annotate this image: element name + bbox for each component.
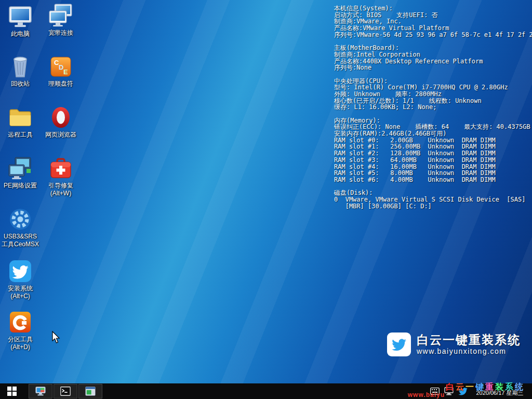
desktop-icon-web-browser[interactable]: 网页浏览器 [42, 105, 80, 139]
desktop-icon-pe-network-settings[interactable]: PE网络设置 [1, 156, 39, 190]
desktop-icon-label: 网页浏览器 [42, 131, 80, 139]
desktop-icon-partition-tool[interactable]: 分区工具 (Alt+D) [1, 310, 39, 351]
folder-icon [8, 105, 33, 130]
first-aid-kit-icon [48, 156, 73, 181]
desktop-icon-broadband[interactable]: 宽带连接 [42, 3, 80, 37]
desktop-icon-boot-repair[interactable]: 引导修复 (Alt+W) [42, 156, 80, 197]
gear-icon [8, 207, 33, 232]
system-info-line [334, 111, 531, 117]
brand-text: 白云一键重装系统 www.baiyunxitong.com [417, 333, 521, 356]
brand-twitter-bird-icon [387, 332, 411, 356]
system-info-line: [MBR] [30.00GB] [C: D:] [334, 203, 531, 210]
system-info-line: 外频: Unknown 频率: 2800MHz [334, 91, 531, 98]
brand-title: 白云一键重装系统 [417, 333, 521, 347]
system-info-line: 主板(MotherBoard): [334, 45, 531, 51]
system-info-line: 安装内存(RAM):2.46GB(2.46GB可用) [334, 130, 531, 137]
brand-url: www.baiyunxitong.com [417, 347, 521, 356]
system-info-panel: 本机信息(System): 启动方式: BIOS 支持UEFI: 否 制造商:V… [334, 5, 531, 209]
desktop-icon-label: 回收站 [1, 80, 39, 88]
desktop-icon-label: USB3&SRS 工具CeoMSX [1, 233, 39, 248]
desktop-icon-label: 理顺盘符 [42, 80, 80, 88]
opera-icon [48, 105, 73, 130]
system-info-line: 产品名称:VMware Virtual Platform [334, 25, 531, 32]
desktop-icon-label: 远程工具 [1, 131, 39, 139]
desktop-icon-usb3-srs-tool[interactable]: USB3&SRS 工具CeoMSX [1, 207, 39, 248]
watermark-char: 云 [456, 382, 466, 393]
drive-letters-icon: C D E [48, 54, 73, 79]
desktop-icon-label: 分区工具 (Alt+D) [1, 336, 39, 351]
start-button[interactable] [0, 383, 24, 399]
desktop-icon-label: PE网络设置 [1, 182, 39, 190]
desktop-icon-label: 引导修复 (Alt+W) [42, 182, 80, 197]
network-monitors-icon [8, 156, 33, 181]
watermark-char: 统 [515, 382, 525, 393]
recycle-bin-icon [8, 54, 33, 79]
taskbar-app-cmd[interactable] [54, 384, 77, 398]
mouse-cursor [52, 331, 61, 347]
system-info-line: RAM slot #5: 8.00MB Unknown DRAM DIMM [334, 170, 531, 177]
brand-logo: 白云一键重装系统 www.baiyunxitong.com [387, 332, 521, 356]
system-info-line: RAM slot #6: 4.00MB Unknown DRAM DIMM [334, 177, 531, 183]
watermark-char: 键 [475, 382, 485, 393]
watermark-char: 系 [505, 382, 515, 393]
system-info-line: 序列号:VMware-56 4d 25 93 96 a7 6f 58-7c e1… [334, 32, 531, 38]
desktop-icon-label: 此电脑 [1, 30, 39, 38]
system-info-line: RAM slot #3: 64.00MB Unknown DRAM DIMM [334, 157, 531, 164]
taskbar-app-network-monitor[interactable] [29, 384, 52, 398]
watermark-url: www.baiyu [408, 391, 445, 398]
system-info-line: 0 VMware, VMware Virtual S SCSI Disk Dev… [334, 196, 531, 203]
desktop-icon-label: 宽带连接 [42, 29, 80, 37]
system-info-line: 制造商:Intel Corporation [334, 51, 531, 58]
taskbar-spacer [24, 383, 28, 399]
watermark-char: 一 [466, 382, 475, 393]
dual-monitor-icon [48, 3, 73, 28]
diskgenius-icon [8, 310, 33, 335]
desktop-icon-remote-tools[interactable]: 远程工具 [1, 105, 39, 139]
system-info-line: RAM slot #2: 128.00MB Unknown DRAM DIMM [334, 150, 531, 157]
desktop-icon-label: 安装系统 (Alt+C) [1, 285, 39, 300]
watermark-char: 白 [446, 382, 456, 393]
watermark-char: 装 [495, 382, 505, 393]
desktop: 此电脑 回收站 远程工具 PE网络设置 [0, 0, 532, 399]
system-info-line: 本机信息(System): [334, 5, 531, 12]
desktop-icon-drive-letter[interactable]: C D E 理顺盘符 [42, 54, 80, 88]
watermark-text: 白云一键重装系统 [446, 382, 525, 393]
this-pc-icon [8, 4, 33, 29]
watermark-char: 重 [485, 382, 495, 393]
twitter-bird-icon [8, 259, 33, 284]
svg-text:D: D [59, 63, 63, 71]
system-info-line: 序列号:None [334, 64, 531, 71]
system-info-line [334, 71, 531, 78]
desktop-icon-install-system[interactable]: 安装系统 (Alt+C) [1, 259, 39, 300]
desktop-icon-this-pc[interactable]: 此电脑 [1, 4, 39, 38]
desktop-icon-recycle-bin[interactable]: 回收站 [1, 54, 39, 88]
svg-text:E: E [63, 68, 68, 76]
taskbar-app-window[interactable] [78, 384, 102, 398]
system-info-line: 缓存: L1: 16.00KB; L2: None; [334, 104, 531, 111]
